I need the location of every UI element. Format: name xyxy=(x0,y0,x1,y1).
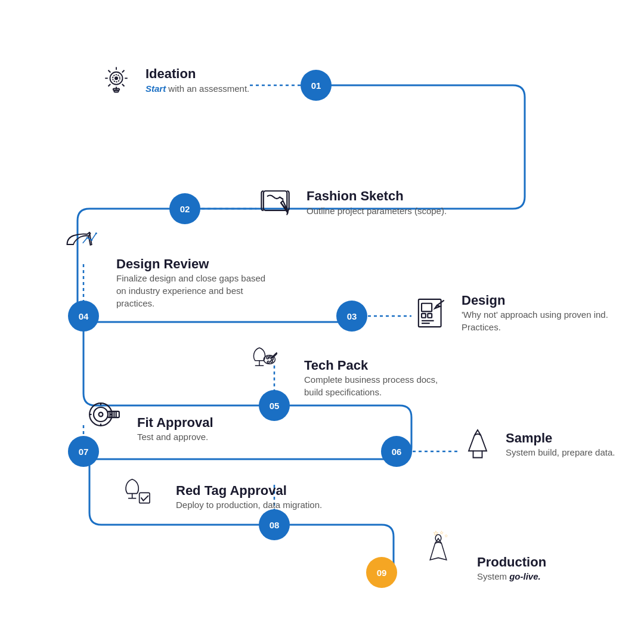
step-02-desc: Outline project parameters (scope). xyxy=(306,205,447,217)
step-06-desc: System build, prepare data. xyxy=(506,446,615,459)
step-04-text: Design Review Finalize design and close … xyxy=(116,256,271,309)
step-05-title: Tech Pack xyxy=(304,358,459,373)
step-04-circle: 04 xyxy=(68,301,99,332)
step-03-circle: 03 xyxy=(336,301,367,332)
lightbulb-icon xyxy=(95,60,137,101)
svg-line-15 xyxy=(122,70,125,73)
dress-fancy-icon: ☆ ☆ ☆ xyxy=(417,525,459,566)
step-09-circle: 09 xyxy=(366,557,397,588)
svg-point-41 xyxy=(267,361,270,363)
step-08-text: Red Tag Approval Deploy to production, d… xyxy=(176,483,322,511)
svg-line-16 xyxy=(109,84,111,86)
svg-text:☆: ☆ xyxy=(439,530,444,535)
step-01-text: Ideation Start with an assessment. xyxy=(145,66,249,94)
step-08-circle: 08 xyxy=(259,509,290,540)
step-02-circle: 02 xyxy=(169,193,200,224)
svg-point-40 xyxy=(271,360,273,363)
step-02-title: Fashion Sketch xyxy=(306,188,447,204)
step-07-title: Fit Approval xyxy=(137,415,213,431)
step-03-title: Design xyxy=(462,293,617,308)
svg-point-31 xyxy=(86,237,88,239)
main-canvas: Ideation Start with an assessment. 01 02 xyxy=(0,0,644,644)
design-icon xyxy=(411,292,453,334)
step-04-title: Design Review xyxy=(116,256,271,272)
step-04-desc: Finalize design and close gaps based on … xyxy=(116,272,271,309)
svg-point-44 xyxy=(89,403,112,426)
step-08-title: Red Tag Approval xyxy=(176,483,322,499)
heels-icon xyxy=(60,215,101,256)
svg-line-14 xyxy=(122,84,125,86)
step-02-text: Fashion Sketch Outline project parameter… xyxy=(306,188,447,216)
svg-rect-25 xyxy=(422,304,432,312)
step-01-title: Ideation xyxy=(145,66,249,82)
svg-text:☆: ☆ xyxy=(444,533,448,538)
svg-point-45 xyxy=(94,407,108,422)
svg-point-46 xyxy=(99,413,103,417)
step-09-desc: System go-live. xyxy=(477,570,546,583)
step-05-circle: 05 xyxy=(259,390,290,421)
step-06-circle: 06 xyxy=(381,436,412,467)
svg-point-38 xyxy=(269,356,271,358)
step-07-text: Fit Approval Test and approve. xyxy=(137,415,213,443)
techpack-icon xyxy=(239,337,280,379)
dress-simple-icon xyxy=(457,423,499,465)
svg-point-39 xyxy=(271,358,274,360)
step-02-node: Fashion Sketch Outline project parameter… xyxy=(256,182,447,224)
step-03-desc: 'Why not' approach using proven ind. Pra… xyxy=(462,308,617,333)
svg-point-37 xyxy=(267,357,269,359)
step-01-desc: Start with an assessment. xyxy=(145,82,249,95)
step-03-text: Design 'Why not' approach using proven i… xyxy=(462,293,617,333)
step-05-desc: Complete business process docs, build sp… xyxy=(304,373,459,398)
step-01-icon-area: Ideation Start with an assessment. xyxy=(95,60,249,101)
svg-rect-19 xyxy=(114,91,119,92)
step-09-title: Production xyxy=(477,555,546,570)
svg-point-20 xyxy=(114,76,118,80)
step-07-circle: 07 xyxy=(68,436,99,467)
step-09-text: Production System go-live. xyxy=(477,555,546,583)
mannequin-check-icon xyxy=(113,471,155,513)
step-07-desc: Test and approve. xyxy=(137,431,213,443)
step-06-title: Sample xyxy=(506,431,615,446)
step-01-circle: 01 xyxy=(301,70,332,101)
svg-line-13 xyxy=(109,70,111,73)
tape-icon xyxy=(83,394,125,435)
step-06-text: Sample System build, prepare data. xyxy=(506,431,615,459)
sketch-icon xyxy=(256,182,298,224)
svg-point-32 xyxy=(91,239,92,241)
svg-rect-26 xyxy=(422,314,426,318)
svg-point-33 xyxy=(95,233,97,234)
step-08-desc: Deploy to production, data migration. xyxy=(176,499,322,511)
step-05-text: Tech Pack Complete business process docs… xyxy=(304,358,459,398)
step-03-node: Design 'Why not' approach using proven i… xyxy=(411,292,617,334)
svg-rect-27 xyxy=(428,314,432,318)
